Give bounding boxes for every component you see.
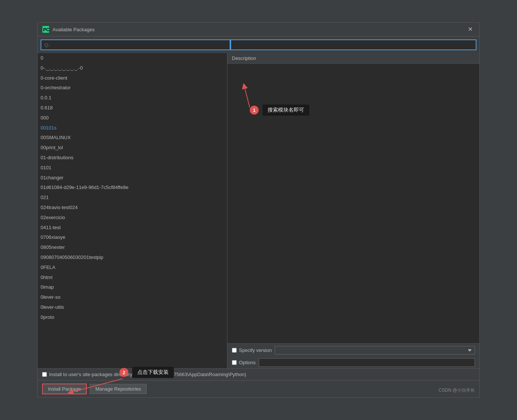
- search-row: [38, 36, 479, 53]
- install-to-row: Install to user's site-packages director…: [38, 368, 479, 380]
- package-item[interactable]: 000: [38, 113, 227, 123]
- package-item[interactable]: 0101: [38, 163, 227, 173]
- svg-line-2: [244, 86, 250, 108]
- watermark: CSDN @小仇学长: [438, 387, 475, 394]
- options-input[interactable]: [259, 358, 475, 367]
- version-row: Specify version: [227, 343, 479, 357]
- package-item[interactable]: 0706xiaoye: [38, 233, 227, 243]
- package-item[interactable]: 090807040506030201testpip: [38, 253, 227, 263]
- title-bar-left: PC Available Packages: [42, 26, 95, 33]
- package-item[interactable]: 00SMALINUX: [38, 133, 227, 143]
- package-item[interactable]: 0: [38, 53, 227, 63]
- install-package-button[interactable]: Install Package: [42, 384, 87, 394]
- package-item[interactable]: 0lever-so: [38, 292, 227, 302]
- search-right: [230, 39, 476, 50]
- description-body: 1 搜索模块名即可: [227, 64, 479, 343]
- package-item[interactable]: 0.618: [38, 103, 227, 113]
- package-item[interactable]: 0.0.1: [38, 93, 227, 103]
- package-item[interactable]: 0-orchestrator: [38, 83, 227, 93]
- package-item[interactable]: 0imap: [38, 282, 227, 292]
- options-label[interactable]: Options: [232, 360, 256, 365]
- right-panel: Description 1 搜索模块名即可: [227, 53, 479, 368]
- package-item[interactable]: 01d61084-d29e-11e9-96d1-7c5cf84ffe8e: [38, 183, 227, 193]
- options-text: Options: [239, 360, 256, 365]
- package-item[interactable]: 021: [38, 193, 227, 203]
- package-item[interactable]: 02exercicio: [38, 213, 227, 223]
- specify-version-checkbox[interactable]: [232, 348, 237, 353]
- left-panel: 00-._._._._._._._._.-00-core-client0-orc…: [38, 53, 227, 368]
- tooltip-2: 点击下载安装: [132, 367, 174, 378]
- package-item[interactable]: 01-distributions: [38, 153, 227, 163]
- package-item[interactable]: 0-core-client: [38, 73, 227, 83]
- main-content: 00-._._._._._._._._.-00-core-client0-orc…: [38, 53, 479, 368]
- package-item[interactable]: 0805nexter: [38, 243, 227, 253]
- package-item[interactable]: 0FELA: [38, 263, 227, 273]
- pycharm-icon: PC: [42, 26, 50, 33]
- specify-version-label[interactable]: Specify version: [232, 347, 272, 353]
- annotation-2: 2 点击下载安装: [119, 367, 174, 378]
- search-input-left[interactable]: [41, 39, 230, 50]
- package-item[interactable]: 0lever-utils: [38, 302, 227, 312]
- install-to-checkbox[interactable]: [42, 372, 47, 377]
- svg-text:PC: PC: [43, 27, 49, 32]
- package-item[interactable]: 01changer: [38, 173, 227, 183]
- badge-1: 1: [250, 106, 259, 115]
- search-left: [41, 39, 230, 50]
- dialog-title: Available Packages: [52, 27, 95, 32]
- package-item[interactable]: 024travis-test024: [38, 203, 227, 213]
- package-item[interactable]: 00101s: [38, 123, 227, 133]
- badge-2: 2: [119, 368, 128, 377]
- package-item[interactable]: 0411-test: [38, 223, 227, 233]
- manage-repositories-button[interactable]: Manage Repositories: [90, 384, 147, 394]
- annotation-1: 1 搜索模块名即可: [250, 105, 309, 116]
- specify-version-text: Specify version: [239, 347, 272, 353]
- package-list[interactable]: 00-._._._._._._._._.-00-core-client0-orc…: [38, 53, 227, 368]
- package-item[interactable]: 00print_lol: [38, 143, 227, 153]
- available-packages-dialog: PC Available Packages ✕ 00-._._._._._._.…: [37, 22, 480, 398]
- package-item[interactable]: 0-._._._._._._._._.-0: [38, 63, 227, 73]
- package-item[interactable]: 0proto: [38, 312, 227, 323]
- title-bar: PC Available Packages ✕: [38, 23, 479, 36]
- description-header: Description: [227, 53, 479, 64]
- close-button[interactable]: ✕: [466, 26, 475, 33]
- tooltip-1: 搜索模块名即可: [262, 105, 309, 116]
- package-item[interactable]: 0html: [38, 273, 227, 283]
- options-checkbox[interactable]: [232, 360, 237, 365]
- bottom-buttons: Install Package Manage Repositories 2 点击…: [38, 380, 479, 397]
- options-row: Options: [227, 357, 479, 368]
- search-input-right[interactable]: [230, 39, 476, 50]
- version-dropdown[interactable]: [275, 346, 475, 355]
